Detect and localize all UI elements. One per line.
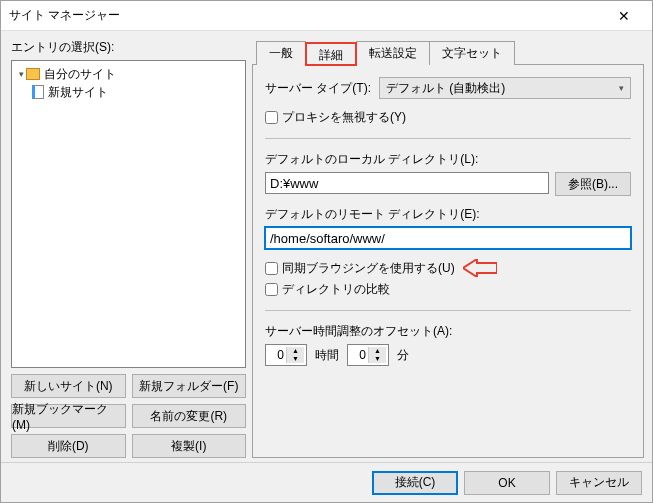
new-bookmark-button[interactable]: 新規ブックマーク(M) [11,404,126,428]
delete-button[interactable]: 削除(D) [11,434,126,458]
close-button[interactable]: ✕ [604,2,644,30]
hours-unit: 時間 [315,347,339,364]
tree-item[interactable]: 新規サイト [14,83,243,101]
local-dir-input[interactable] [265,172,549,194]
minutes-unit: 分 [397,347,409,364]
down-icon[interactable]: ▼ [286,355,304,363]
dir-compare-checkbox[interactable]: ディレクトリの比較 [265,281,631,298]
local-dir-label: デフォルトのローカル ディレクトリ(L): [265,151,631,168]
minutes-stepper[interactable]: 0 ▲▼ [347,344,389,366]
advanced-panel: サーバー タイプ(T): デフォルト (自動検出) プロキシを無視する(Y) デ… [252,64,644,458]
tree-item-label: 新規サイト [48,84,108,101]
up-icon[interactable]: ▲ [368,347,386,355]
server-type-value: デフォルト (自動検出) [386,80,505,97]
remote-dir-input[interactable] [265,227,631,249]
tree-root-label: 自分のサイト [44,66,116,83]
callout-arrow-icon [463,259,497,277]
hours-stepper[interactable]: 0 ▲▼ [265,344,307,366]
hours-value: 0 [266,348,286,362]
down-icon[interactable]: ▼ [368,355,386,363]
tab-general[interactable]: 一般 [256,41,306,65]
new-folder-button[interactable]: 新規フォルダー(F) [132,374,247,398]
connect-button[interactable]: 接続(C) [372,471,458,495]
site-manager-dialog: サイト マネージャー ✕ エントリの選択(S): ▾ 自分のサイト 新規サイト … [0,0,653,503]
caret-icon: ▾ [16,69,26,79]
dir-compare-label: ディレクトリの比較 [282,281,390,298]
dir-compare-input[interactable] [265,283,278,296]
ok-button[interactable]: OK [464,471,550,495]
new-site-button[interactable]: 新しいサイト(N) [11,374,126,398]
rename-button[interactable]: 名前の変更(R) [132,404,247,428]
sync-browsing-input[interactable] [265,262,278,275]
bypass-proxy-checkbox[interactable]: プロキシを無視する(Y) [265,109,631,126]
separator [265,310,631,311]
offset-label: サーバー時間調整のオフセット(A): [265,323,631,340]
up-icon[interactable]: ▲ [286,347,304,355]
sync-browsing-checkbox[interactable]: 同期ブラウジングを使用する(U) [265,260,455,277]
separator [265,138,631,139]
titlebar: サイト マネージャー ✕ [1,1,652,31]
tab-transfer[interactable]: 転送設定 [356,41,430,65]
server-type-label: サーバー タイプ(T): [265,80,371,97]
browse-button[interactable]: 参照(B)... [555,172,631,196]
sync-browsing-label: 同期ブラウジングを使用する(U) [282,260,455,277]
remote-dir-label: デフォルトのリモート ディレクトリ(E): [265,206,631,223]
tree-root[interactable]: ▾ 自分のサイト [14,65,243,83]
dialog-footer: 接続(C) OK キャンセル [1,462,652,502]
tab-charset[interactable]: 文字セット [429,41,515,65]
minutes-value: 0 [348,348,368,362]
folder-icon [26,68,40,80]
entry-select-label: エントリの選択(S): [11,39,246,56]
tab-advanced[interactable]: 詳細 [305,42,357,66]
cancel-button[interactable]: キャンセル [556,471,642,495]
server-icon [32,85,44,99]
tab-strip: 一般 詳細 転送設定 文字セット [256,41,644,65]
left-pane: エントリの選択(S): ▾ 自分のサイト 新規サイト 新しいサイト(N) 新規フ… [11,39,246,458]
server-type-select[interactable]: デフォルト (自動検出) [379,77,631,99]
bypass-proxy-input[interactable] [265,111,278,124]
duplicate-button[interactable]: 複製(I) [132,434,247,458]
window-title: サイト マネージャー [9,7,604,24]
right-pane: 一般 詳細 転送設定 文字セット サーバー タイプ(T): デフォルト (自動検… [252,39,644,458]
bypass-proxy-label: プロキシを無視する(Y) [282,109,406,126]
site-tree[interactable]: ▾ 自分のサイト 新規サイト [11,60,246,368]
